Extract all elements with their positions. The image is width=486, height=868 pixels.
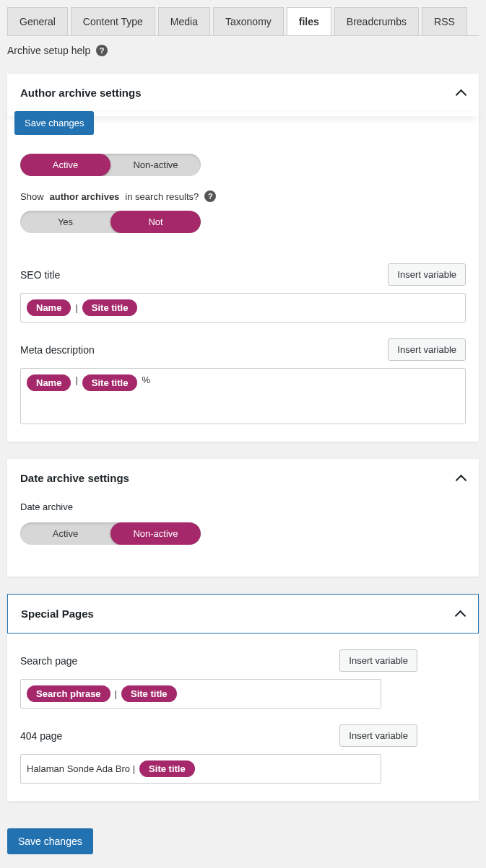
tab-rss[interactable]: RSS bbox=[422, 7, 467, 35]
chevron-up-icon bbox=[455, 609, 465, 619]
tab-content-type[interactable]: Content Type bbox=[71, 7, 155, 35]
variable-pill-search-phrase[interactable]: Search phrase bbox=[27, 685, 110, 702]
panel-special-pages: Special Pages Search page Insert variabl… bbox=[7, 594, 479, 801]
tabs-bar: General Content Type Media Taxonomy file… bbox=[7, 7, 479, 36]
insert-variable-button[interactable]: Insert variable bbox=[339, 649, 417, 672]
variable-pill-name[interactable]: Name bbox=[27, 299, 71, 316]
variable-pill-site-title[interactable]: Site title bbox=[121, 685, 177, 702]
panel-header-special[interactable]: Special Pages bbox=[7, 594, 479, 634]
search-page-field[interactable]: Search phrase | Site title bbox=[20, 679, 381, 709]
date-archive-toggle: Active Non-active bbox=[20, 522, 201, 545]
tab-breadcrumbs[interactable]: Breadcrumbs bbox=[334, 7, 419, 35]
tab-taxonomy[interactable]: Taxonomy bbox=[213, 7, 284, 35]
404-page-field[interactable]: Halaman Sonde Ada Bro | Site title bbox=[20, 754, 381, 784]
404-page-label: 404 page bbox=[20, 730, 62, 742]
toggle-nonactive[interactable]: Non-active bbox=[110, 154, 201, 176]
chevron-up-icon bbox=[456, 473, 466, 483]
panel-header-date[interactable]: Date archive settings bbox=[7, 459, 479, 497]
save-button-top[interactable]: Save changes bbox=[14, 111, 94, 135]
tab-media[interactable]: Media bbox=[158, 7, 210, 35]
help-line: Archive setup help ? bbox=[7, 45, 479, 56]
date-archive-sublabel: Date archive bbox=[20, 501, 466, 512]
show-in-search-question: Show author archives in search results? … bbox=[20, 190, 466, 202]
toggle-nonactive[interactable]: Non-active bbox=[110, 522, 201, 545]
variable-pill-site-title[interactable]: Site title bbox=[139, 760, 195, 777]
toggle-active[interactable]: Active bbox=[20, 522, 110, 545]
meta-description-label: Meta description bbox=[20, 344, 95, 356]
help-icon[interactable]: ? bbox=[96, 45, 108, 56]
insert-variable-button[interactable]: Insert variable bbox=[388, 263, 466, 286]
show-in-search-toggle: Yes Not bbox=[20, 211, 201, 233]
variable-pill-name[interactable]: Name bbox=[27, 374, 71, 391]
toggle-not[interactable]: Not bbox=[110, 211, 201, 233]
insert-variable-button[interactable]: Insert variable bbox=[388, 338, 466, 361]
tab-files[interactable]: files bbox=[287, 7, 331, 35]
variable-pill-site-title[interactable]: Site title bbox=[82, 374, 138, 391]
toggle-active[interactable]: Active bbox=[20, 154, 110, 176]
insert-variable-button[interactable]: Insert variable bbox=[339, 724, 417, 747]
panel-title-author: Author archive settings bbox=[20, 87, 142, 99]
help-icon[interactable]: ? bbox=[204, 190, 216, 202]
panel-header-author[interactable]: Author archive settings bbox=[7, 74, 479, 112]
panel-title-special: Special Pages bbox=[21, 608, 94, 620]
author-archive-toggle: Active Non-active bbox=[20, 154, 201, 176]
meta-description-field[interactable]: Name | Site title % bbox=[20, 368, 466, 424]
chevron-up-icon bbox=[456, 88, 466, 98]
search-page-label: Search page bbox=[20, 655, 77, 667]
panel-date-archive: Date archive settings Date archive Activ… bbox=[7, 459, 479, 577]
seo-title-field[interactable]: Name | Site title bbox=[20, 293, 466, 323]
toggle-yes[interactable]: Yes bbox=[20, 211, 110, 233]
variable-pill-site-title[interactable]: Site title bbox=[82, 299, 138, 316]
help-label: Archive setup help bbox=[7, 45, 90, 56]
seo-title-label: SEO title bbox=[20, 269, 60, 281]
panel-author-archive: Author archive settings Save changes Act… bbox=[7, 74, 479, 442]
panel-title-date: Date archive settings bbox=[20, 472, 129, 484]
save-button-bottom[interactable]: Save changes bbox=[7, 828, 93, 854]
tab-general[interactable]: General bbox=[7, 7, 68, 35]
